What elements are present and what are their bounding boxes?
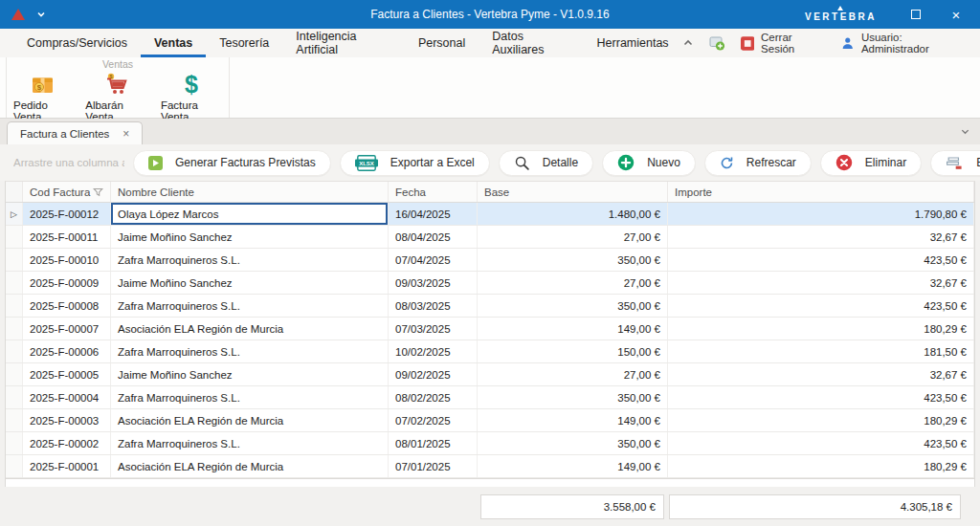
cell-importe[interactable]: 1.790,80 € <box>668 203 974 225</box>
cell-importe[interactable]: 423,50 € <box>668 249 974 271</box>
logout-button[interactable]: Cerrar Sesión <box>741 32 827 55</box>
table-row[interactable]: 2025-F-00010Zafra Marroquineros S.L.07/0… <box>6 249 974 272</box>
cell-base[interactable]: 27,00 € <box>478 226 668 248</box>
cell-importe[interactable]: 180,29 € <box>668 455 974 477</box>
cell-cod-factura[interactable]: 2025-F-00012 <box>23 203 111 225</box>
cell-fecha[interactable]: 09/02/2025 <box>389 363 478 385</box>
refrescar-button[interactable]: Refrescar <box>704 150 812 176</box>
table-row[interactable]: 2025-F-00007Asociación ELA Región de Mur… <box>6 318 974 340</box>
cell-cod-factura[interactable]: 2025-F-00002 <box>23 432 111 454</box>
generar-facturas-previstas-button[interactable]: Generar Facturas Previstas <box>133 150 331 176</box>
cell-cod-factura[interactable]: 2025-F-00009 <box>23 272 111 294</box>
cell-importe[interactable]: 180,29 € <box>668 318 974 340</box>
ribbon-item-pedido-venta[interactable]: $Pedido Venta <box>7 70 78 123</box>
table-row[interactable]: 2025-F-00008Zafra Marroquineros S.L.08/0… <box>6 295 974 318</box>
menu-item-personal[interactable]: Personal <box>405 29 479 57</box>
user-info[interactable]: Usuario: Administrador <box>841 32 969 55</box>
cell-nombre-cliente[interactable]: Olaya López Marcos <box>111 203 389 225</box>
group-by-drop-hint[interactable]: Arrastre una columna aquí pa <box>13 157 124 168</box>
close-button[interactable]: × <box>938 0 974 29</box>
cell-importe[interactable]: 180,29 € <box>668 409 974 431</box>
cell-fecha[interactable]: 09/03/2025 <box>389 272 478 294</box>
table-row[interactable]: 2025-F-00009Jaime Moñino Sanchez09/03/20… <box>6 272 974 295</box>
collapse-ribbon-button[interactable] <box>682 37 694 49</box>
app-window-green-button[interactable] <box>709 35 725 51</box>
quick-access-chevron-icon[interactable] <box>36 10 46 19</box>
cell-nombre-cliente[interactable]: Jaime Moñino Sanchez <box>111 226 389 248</box>
menu-item-inteligencia-artificial[interactable]: Inteligencia Artificial <box>282 29 405 57</box>
cell-fecha[interactable]: 16/04/2025 <box>389 203 478 225</box>
cell-importe[interactable]: 32,67 € <box>668 226 974 248</box>
cell-nombre-cliente[interactable]: Zafra Marroquineros S.L. <box>111 432 389 454</box>
cell-fecha[interactable]: 08/04/2025 <box>389 226 478 248</box>
cell-cod-factura[interactable]: 2025-F-00003 <box>23 409 111 431</box>
cell-importe[interactable]: 423,50 € <box>668 432 974 454</box>
menu-item-compras-servicios[interactable]: Compras/Servicios <box>13 29 141 57</box>
cell-base[interactable]: 27,00 € <box>478 363 668 385</box>
cell-importe[interactable]: 32,67 € <box>668 363 974 385</box>
tab-close-icon[interactable]: × <box>122 128 129 140</box>
table-row[interactable]: 2025-F-00011Jaime Moñino Sanchez08/04/20… <box>6 226 974 249</box>
cell-fecha[interactable]: 08/03/2025 <box>389 295 478 317</box>
column-header-base[interactable]: Base <box>478 182 668 202</box>
cell-nombre-cliente[interactable]: Zafra Marroquineros S.L. <box>111 295 389 317</box>
filter-icon[interactable] <box>93 187 103 197</box>
eliminar-varios-button[interactable]: Eliminar Varios <box>930 150 980 176</box>
cell-cod-factura[interactable]: 2025-F-00004 <box>23 386 111 408</box>
menu-item-tesoreria[interactable]: Tesorería <box>206 29 282 57</box>
cell-nombre-cliente[interactable]: Asociación ELA Región de Murcia <box>111 409 389 431</box>
cell-cod-factura[interactable]: 2025-F-00005 <box>23 363 111 385</box>
cell-importe[interactable]: 423,50 € <box>668 295 974 317</box>
cell-cod-factura[interactable]: 2025-F-00010 <box>23 249 111 271</box>
cell-cod-factura[interactable]: 2025-F-00001 <box>23 455 111 477</box>
menu-item-ventas[interactable]: Ventas <box>141 29 206 57</box>
cell-base[interactable]: 1.480,00 € <box>478 203 668 225</box>
table-row[interactable]: 2025-F-00004Zafra Marroquineros S.L.08/0… <box>6 386 974 409</box>
cell-nombre-cliente[interactable]: Asociación ELA Región de Murcia <box>111 455 389 477</box>
cell-fecha[interactable]: 07/03/2025 <box>389 318 478 340</box>
cell-fecha[interactable]: 08/01/2025 <box>389 432 478 454</box>
exportar-a-excel-button[interactable]: XLSXExportar a Excel <box>340 150 490 176</box>
cell-nombre-cliente[interactable]: Jaime Moñino Sanchez <box>111 272 389 294</box>
table-row[interactable]: 2025-F-00005Jaime Moñino Sanchez09/02/20… <box>6 363 974 386</box>
maximize-button[interactable] <box>898 0 934 29</box>
cell-cod-factura[interactable]: 2025-F-00011 <box>23 226 111 248</box>
cell-base[interactable]: 149,00 € <box>478 455 668 477</box>
column-header-importe[interactable]: Importe <box>668 182 974 202</box>
cell-importe[interactable]: 32,67 € <box>668 272 974 294</box>
cell-base[interactable]: 350,00 € <box>478 295 668 317</box>
cell-nombre-cliente[interactable]: Zafra Marroquineros S.L. <box>111 249 389 271</box>
cell-fecha[interactable]: 07/04/2025 <box>389 249 478 271</box>
cell-base[interactable]: 350,00 € <box>478 432 668 454</box>
nuevo-button[interactable]: Nuevo <box>602 150 696 176</box>
cell-importe[interactable]: 181,50 € <box>668 340 974 362</box>
cell-cod-factura[interactable]: 2025-F-00008 <box>23 295 111 317</box>
column-header-nombre-cliente[interactable]: Nombre Cliente <box>111 182 389 202</box>
cell-cod-factura[interactable]: 2025-F-00006 <box>23 340 111 362</box>
cell-base[interactable]: 149,00 € <box>478 318 668 340</box>
cell-cod-factura[interactable]: 2025-F-00007 <box>23 318 111 340</box>
table-row[interactable]: 2025-F-00006Zafra Marroquineros S.L.10/0… <box>6 340 974 363</box>
cell-fecha[interactable]: 07/02/2025 <box>389 409 478 431</box>
eliminar-button[interactable]: Eliminar <box>820 150 922 176</box>
cell-nombre-cliente[interactable]: Zafra Marroquineros S.L. <box>111 340 389 362</box>
cell-base[interactable]: 350,00 € <box>478 249 668 271</box>
cell-importe[interactable]: 423,50 € <box>668 386 974 408</box>
cell-fecha[interactable]: 10/02/2025 <box>389 340 478 362</box>
menu-item-herramientas[interactable]: Herramientas <box>584 29 682 57</box>
table-row[interactable]: 2025-F-00003Asociación ELA Región de Mur… <box>6 409 974 432</box>
cell-fecha[interactable]: 07/01/2025 <box>389 455 478 477</box>
cell-fecha[interactable]: 08/02/2025 <box>389 386 478 408</box>
tab-list-chevron-icon[interactable] <box>960 123 970 141</box>
cell-nombre-cliente[interactable]: Zafra Marroquineros S.L. <box>111 386 389 408</box>
menu-item-datos-auxiliares[interactable]: Datos Auxiliares <box>479 29 583 57</box>
cell-base[interactable]: 27,00 € <box>478 272 668 294</box>
cell-base[interactable]: 350,00 € <box>478 386 668 408</box>
column-header-cod-factura[interactable]: Cod Factura <box>23 182 111 202</box>
ribbon-item-albaran-venta[interactable]: $Albarán Venta <box>78 70 154 123</box>
ribbon-item-factura-venta[interactable]: $Factura Venta <box>154 70 229 123</box>
tab-factura-a-clientes[interactable]: Factura a Clientes × <box>7 121 143 144</box>
cell-base[interactable]: 149,00 € <box>478 409 668 431</box>
column-header-fecha[interactable]: Fecha <box>389 182 478 202</box>
cell-nombre-cliente[interactable]: Asociación ELA Región de Murcia <box>111 318 389 340</box>
